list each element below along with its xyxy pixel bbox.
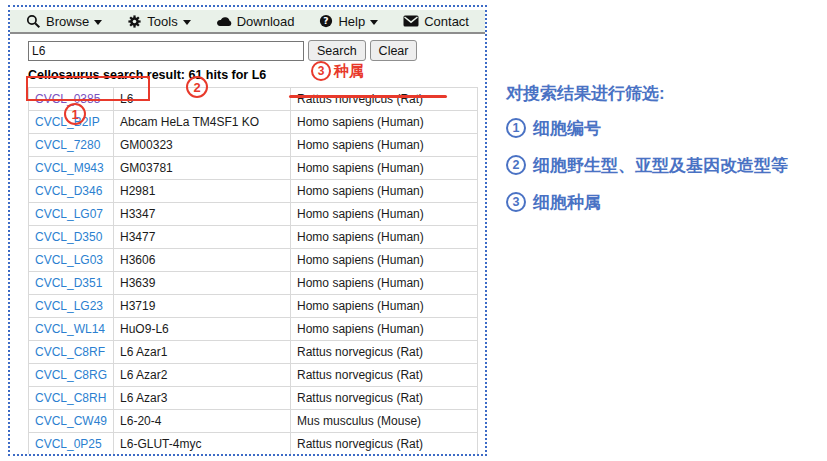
table-row: CVCL_C8RH L6 Azar3 Rattus norvegicus (Ra… <box>29 387 478 410</box>
species-value: Rattus norvegicus (Rat) <box>291 387 478 410</box>
cell-line-name: H3719 <box>114 295 291 318</box>
species-value: Rattus norvegicus (Rat) <box>291 364 478 387</box>
envelope-icon <box>403 15 419 27</box>
species-value: Rattus norvegicus (Rat) <box>291 456 478 457</box>
cell-line-name: L6-20-4 <box>114 410 291 433</box>
species-value: Mus musculus (Mouse) <box>291 410 478 433</box>
note-number-3-icon: 3 <box>506 192 526 212</box>
note-item-2: 2 细胞野生型、亚型及基因改造型等 <box>506 153 822 177</box>
table-row: CVCL_D350 H3477 Homo sapiens (Human) <box>29 226 478 249</box>
accession-link[interactable]: CVCL_D346 <box>35 184 102 198</box>
gear-icon <box>127 14 142 29</box>
accession-link[interactable]: CVCL_CW49 <box>35 414 107 428</box>
nav-label-download: Download <box>237 14 295 29</box>
search-input[interactable] <box>28 41 304 61</box>
cell-line-name: GM03781 <box>114 157 291 180</box>
species-value: Homo sapiens (Human) <box>291 249 478 272</box>
table-row: CVCL_CW49 L6-20-4 Mus musculus (Mouse) <box>29 410 478 433</box>
note-number-1-icon: 1 <box>506 118 526 138</box>
note-text-3: 细胞种属 <box>533 191 601 214</box>
accession-link[interactable]: CVCL_LG03 <box>35 253 103 267</box>
nav-item-tools[interactable]: Tools <box>127 14 190 29</box>
species-value: Homo sapiens (Human) <box>291 111 478 134</box>
cell-line-name: L6.C10 <box>114 456 291 457</box>
nav-item-contact[interactable]: Contact <box>403 14 469 29</box>
accession-link[interactable]: CVCL_LG23 <box>35 299 103 313</box>
nav-item-help[interactable]: ? Help <box>319 14 378 29</box>
note-item-1: 1 细胞编号 <box>506 116 822 140</box>
species-value: Rattus norvegicus (Rat) <box>291 341 478 364</box>
accession-link[interactable]: CVCL_0P25 <box>35 437 102 451</box>
accession-link[interactable]: CVCL_0385 <box>35 92 100 106</box>
accession-link[interactable]: CVCL_C8RF <box>35 345 105 359</box>
search-row: Search Clear <box>28 40 485 61</box>
table-row: CVCL_LG03 H3606 Homo sapiens (Human) <box>29 249 478 272</box>
top-navbar: Browse Tools Download ? Help <box>10 10 485 34</box>
search-results-table: CVCL_0385 L6 Rattus norvegicus (Rat) CVC… <box>28 87 478 456</box>
note-text-2: 细胞野生型、亚型及基因改造型等 <box>533 154 788 177</box>
cloud-download-icon <box>216 15 232 27</box>
nav-item-browse[interactable]: Browse <box>26 14 102 29</box>
species-value: Homo sapiens (Human) <box>291 203 478 226</box>
table-row: CVCL_C8RG L6 Azar2 Rattus norvegicus (Ra… <box>29 364 478 387</box>
accession-link[interactable]: CVCL_D350 <box>35 230 102 244</box>
table-row: CVCL_3834 L6.C10 Rattus norvegicus (Rat) <box>29 456 478 457</box>
search-button[interactable]: Search <box>308 40 366 61</box>
question-mark-icon: ? <box>319 14 333 28</box>
note-number-2-icon: 2 <box>506 155 526 175</box>
note-item-3: 3 细胞种属 <box>506 190 822 214</box>
table-row: CVCL_C8RF L6 Azar1 Rattus norvegicus (Ra… <box>29 341 478 364</box>
table-row: CVCL_WL14 HuO9-L6 Homo sapiens (Human) <box>29 318 478 341</box>
accession-link[interactable]: CVCL_B2IP <box>35 115 100 129</box>
nav-label-contact: Contact <box>424 14 469 29</box>
table-row: CVCL_D346 H2981 Homo sapiens (Human) <box>29 180 478 203</box>
accession-link[interactable]: CVCL_D351 <box>35 276 102 290</box>
cell-line-name: Abcam HeLa TM4SF1 KO <box>114 111 291 134</box>
cell-line-name: L6-GLUT-4myc <box>114 433 291 456</box>
species-value: Homo sapiens (Human) <box>291 226 478 249</box>
cell-line-name: HuO9-L6 <box>114 318 291 341</box>
table-row: CVCL_0385 L6 Rattus norvegicus (Rat) <box>29 88 478 111</box>
magnifier-icon <box>26 14 41 29</box>
cell-line-name: L6 Azar3 <box>114 387 291 410</box>
cell-line-name: GM00323 <box>114 134 291 157</box>
cell-line-name: L6 <box>114 88 291 111</box>
cellosaurus-screenshot-panel: Browse Tools Download ? Help <box>8 5 487 456</box>
cell-line-name: H2981 <box>114 180 291 203</box>
notes-title: 对搜索结果进行筛选: <box>506 84 822 104</box>
accession-link[interactable]: CVCL_M943 <box>35 161 104 175</box>
accession-link[interactable]: CVCL_C8RH <box>35 391 106 405</box>
dropdown-caret-icon <box>183 20 191 25</box>
nav-label-help: Help <box>338 14 365 29</box>
table-row: CVCL_B2IP Abcam HeLa TM4SF1 KO Homo sapi… <box>29 111 478 134</box>
table-row: CVCL_LG07 H3347 Homo sapiens (Human) <box>29 203 478 226</box>
cell-line-name: H3606 <box>114 249 291 272</box>
cell-line-name: H3347 <box>114 203 291 226</box>
table-row: CVCL_0P25 L6-GLUT-4myc Rattus norvegicus… <box>29 433 478 456</box>
nav-label-tools: Tools <box>147 14 177 29</box>
cell-line-name: H3477 <box>114 226 291 249</box>
cell-line-name: H3639 <box>114 272 291 295</box>
species-value: Homo sapiens (Human) <box>291 180 478 203</box>
clear-button[interactable]: Clear <box>370 40 418 61</box>
table-row: CVCL_LG23 H3719 Homo sapiens (Human) <box>29 295 478 318</box>
accession-link[interactable]: CVCL_C8RG <box>35 368 107 382</box>
search-result-summary: Cellosaurus search result: 61 hits for L… <box>28 68 485 82</box>
nav-label-browse: Browse <box>46 14 89 29</box>
species-value: Rattus norvegicus (Rat) <box>291 88 478 111</box>
dropdown-caret-icon <box>94 20 102 25</box>
accession-link[interactable]: CVCL_LG07 <box>35 207 103 221</box>
table-row: CVCL_7280 GM00323 Homo sapiens (Human) <box>29 134 478 157</box>
cell-line-name: L6 Azar2 <box>114 364 291 387</box>
note-text-1: 细胞编号 <box>533 117 601 140</box>
species-value: Homo sapiens (Human) <box>291 272 478 295</box>
species-value: Homo sapiens (Human) <box>291 295 478 318</box>
accession-link[interactable]: CVCL_7280 <box>35 138 100 152</box>
species-value: Homo sapiens (Human) <box>291 318 478 341</box>
accession-link[interactable]: CVCL_WL14 <box>35 322 105 336</box>
dropdown-caret-icon <box>370 20 378 25</box>
table-row: CVCL_D351 H3639 Homo sapiens (Human) <box>29 272 478 295</box>
svg-text:?: ? <box>324 15 329 26</box>
cell-line-name: L6 Azar1 <box>114 341 291 364</box>
nav-item-download[interactable]: Download <box>216 14 295 29</box>
